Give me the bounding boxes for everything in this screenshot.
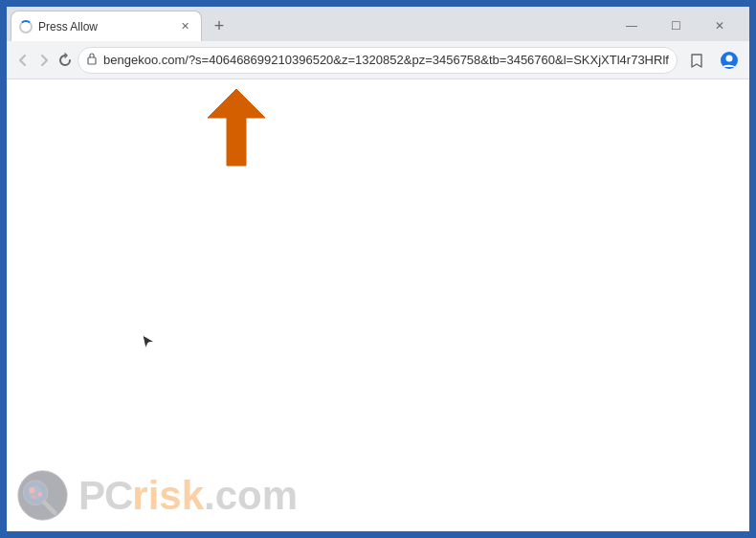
tab-strip: Press Allow ✕ + [7,7,602,41]
browser-window: Press Allow ✕ + — ☐ ✕ [5,5,751,533]
svg-point-12 [37,492,42,497]
menu-button[interactable] [746,45,756,76]
tab-title: Press Allow [38,20,170,34]
watermark: PC risk .com [16,469,298,522]
maximize-button[interactable]: ☐ [654,12,698,39]
watermark-pc: PC [78,473,132,519]
tab-favicon [19,20,33,34]
address-bar[interactable]: bengekoo.com/?s=406468699210396520&z=132… [78,47,678,74]
profile-button[interactable] [714,45,745,76]
svg-point-11 [29,487,34,493]
watermark-text: PC risk .com [78,473,298,519]
page-content: PC risk .com [7,79,749,531]
bookmark-button[interactable] [681,45,712,76]
toolbar-right [681,45,756,76]
pcrisk-logo-icon [16,469,69,522]
forward-button[interactable] [35,45,53,76]
tab-close-button[interactable]: ✕ [176,18,193,35]
watermark-risk: risk [132,473,204,519]
watermark-domain: .com [204,473,298,519]
svg-point-13 [33,496,36,500]
toolbar: bengekoo.com/?s=406468699210396520&z=132… [7,41,749,79]
active-tab[interactable]: Press Allow ✕ [11,11,202,41]
svg-marker-6 [208,89,265,166]
address-text: bengekoo.com/?s=406468699210396520&z=132… [103,53,669,67]
svg-point-2 [725,55,732,61]
reload-button[interactable] [56,45,74,76]
title-bar: Press Allow ✕ + — ☐ ✕ [7,7,749,41]
lock-icon [86,52,98,68]
close-button[interactable]: ✕ [698,12,742,39]
new-tab-button[interactable]: + [206,12,233,39]
back-button[interactable] [14,45,32,76]
window-controls: — ☐ ✕ [602,7,749,41]
cursor [141,333,156,357]
svg-rect-0 [88,57,96,64]
orange-arrow [193,84,270,174]
minimize-button[interactable]: — [610,12,654,39]
